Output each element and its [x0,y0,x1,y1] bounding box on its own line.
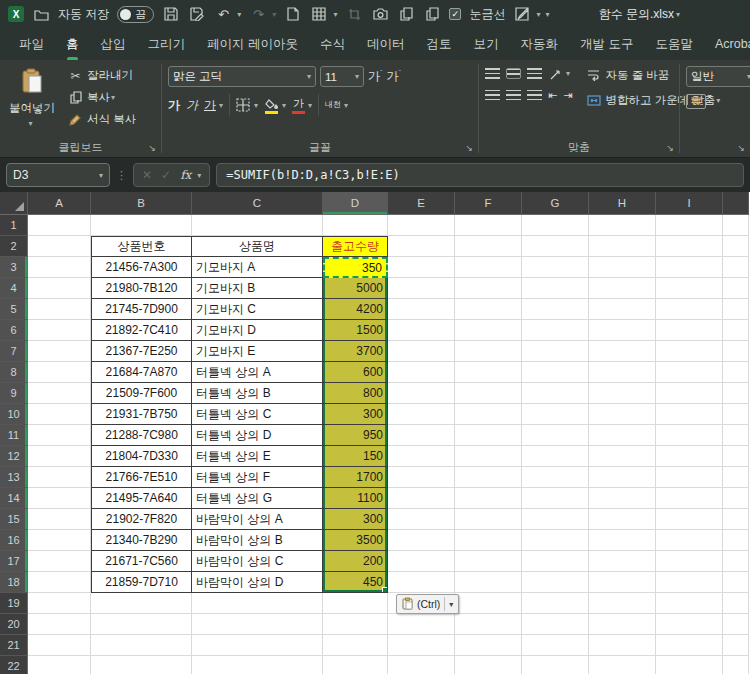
copy-button[interactable]: 복사 ▾ [64,88,140,107]
cell-partial2[interactable] [723,236,749,257]
cell-H8[interactable] [589,362,656,383]
cell-I18[interactable] [656,572,723,593]
column-header-G[interactable]: G [522,192,589,215]
cell-G17[interactable] [522,551,589,572]
underline-dropdown-icon[interactable]: ▾ [219,101,223,110]
cell-D11[interactable]: 950 [323,425,388,446]
cell-C17[interactable]: 바람막이 상의 C [192,551,323,572]
cell-I10[interactable] [656,404,723,425]
cell-D7[interactable]: 3700 [323,341,388,362]
cell-A21[interactable] [28,635,91,656]
cell-H16[interactable] [589,530,656,551]
cell-H6[interactable] [589,320,656,341]
cell-F2[interactable] [455,236,522,257]
cell-F13[interactable] [455,467,522,488]
cell-D4[interactable]: 5000 [323,278,388,299]
cell-G11[interactable] [522,425,589,446]
save-as-icon[interactable] [188,5,206,23]
cell-E5[interactable] [388,299,455,320]
undo-icon[interactable]: ↶ [214,5,232,23]
cell-A17[interactable] [28,551,91,572]
cell-B14[interactable]: 21495-7A640 [91,488,192,509]
cell-I4[interactable] [656,278,723,299]
cell-D21[interactable] [323,635,388,656]
cell-H20[interactable] [589,614,656,635]
cell-C9[interactable]: 터틀넥 상의 B [192,383,323,404]
cell-D20[interactable] [323,614,388,635]
column-header-partial[interactable] [723,192,749,215]
open-folder-icon[interactable] [32,5,50,23]
cell-partial17[interactable] [723,551,749,572]
cell-B5[interactable]: 21745-7D900 [91,299,192,320]
cell-A12[interactable] [28,446,91,467]
column-header-I[interactable]: I [656,192,723,215]
cell-I17[interactable] [656,551,723,572]
cell-H18[interactable] [589,572,656,593]
row-header-19[interactable]: 19 [0,593,28,614]
cell-G13[interactable] [522,467,589,488]
vertical-text-button[interactable]: 내천 [325,101,341,109]
tab-file[interactable]: 파일 [8,28,55,60]
cell-partial3[interactable] [723,257,749,278]
cell-C7[interactable]: 기모바지 E [192,341,323,362]
insert-function-icon[interactable]: fx [180,168,191,182]
alignment-dialog-launcher-icon[interactable]: ↘ [666,143,674,153]
cell-I19[interactable] [656,593,723,614]
cell-G6[interactable] [522,320,589,341]
cell-D18[interactable]: 450 [323,572,388,593]
cell-C13[interactable]: 터틀넥 상의 F [192,467,323,488]
cell-partial11[interactable] [723,425,749,446]
qat-more-icon[interactable]: ▾ [545,10,549,19]
cell-H17[interactable] [589,551,656,572]
cell-C16[interactable]: 바람막이 상의 B [192,530,323,551]
cell-F15[interactable] [455,509,522,530]
cell-H12[interactable] [589,446,656,467]
cell-partial4[interactable] [723,278,749,299]
row-header-1[interactable]: 1 [0,215,28,236]
column-header-E[interactable]: E [388,192,455,215]
cell-D8[interactable]: 600 [323,362,388,383]
cell-E10[interactable] [388,404,455,425]
row-header-21[interactable]: 21 [0,635,28,656]
cell-partial5[interactable] [723,299,749,320]
cell-H7[interactable] [589,341,656,362]
fx-dropdown-icon[interactable]: ▾ [197,171,201,180]
cell-partial6[interactable] [723,320,749,341]
row-header-11[interactable]: 11 [0,425,28,446]
cell-D10[interactable]: 300 [323,404,388,425]
cell-A6[interactable] [28,320,91,341]
tab-4[interactable]: 페이지 레이아웃 [196,28,309,60]
cell-C18[interactable]: 바람막이 상의 D [192,572,323,593]
cell-H5[interactable] [589,299,656,320]
row-header-13[interactable]: 13 [0,467,28,488]
row-header-7[interactable]: 7 [0,341,28,362]
cell-A22[interactable] [28,656,91,674]
cell-D22[interactable] [323,656,388,674]
cell-B20[interactable] [91,614,192,635]
cell-G18[interactable] [522,572,589,593]
cell-E4[interactable] [388,278,455,299]
cell-H19[interactable] [589,593,656,614]
column-header-D[interactable]: D [323,192,388,215]
cell-G8[interactable] [522,362,589,383]
align-center-icon[interactable] [506,90,521,101]
cell-I3[interactable] [656,257,723,278]
cell-C1[interactable] [192,215,323,236]
tab-9[interactable]: 자동화 [509,28,569,60]
row-header-14[interactable]: 14 [0,488,28,509]
new-document-icon[interactable] [284,5,302,23]
column-header-A[interactable]: A [28,192,91,215]
cell-B17[interactable]: 21671-7C560 [91,551,192,572]
copy-page-icon[interactable] [397,5,415,23]
cell-I5[interactable] [656,299,723,320]
cell-partial9[interactable] [723,383,749,404]
paste-options-button[interactable]: (Ctrl) ▾ [396,594,459,614]
font-size-combo[interactable]: 11 ▾ [320,66,364,87]
camera-icon[interactable] [371,5,389,23]
cell-G14[interactable] [522,488,589,509]
cell-C3[interactable]: 기모바지 A [192,257,323,278]
row-header-5[interactable]: 5 [0,299,28,320]
cell-E2[interactable] [388,236,455,257]
cell-D1[interactable] [323,215,388,236]
cell-partial16[interactable] [723,530,749,551]
